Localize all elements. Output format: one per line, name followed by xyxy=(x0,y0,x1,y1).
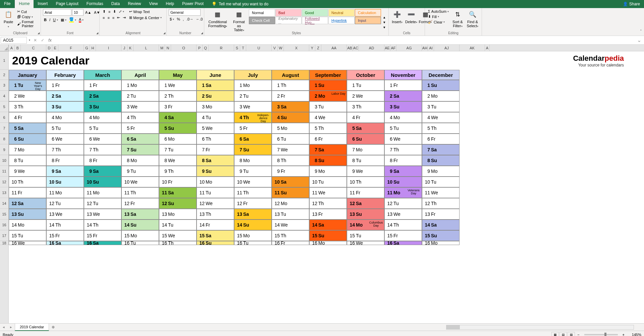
style-cell-normal[interactable]: Normal xyxy=(249,9,275,16)
col-header-U[interactable]: U xyxy=(246,45,272,51)
day-dec-9[interactable]: 9Mo xyxy=(422,166,460,177)
font-name-select[interactable] xyxy=(43,9,71,16)
day-oct-12[interactable]: 12Sa xyxy=(347,198,384,209)
day-may-1[interactable]: 1We xyxy=(159,80,197,91)
col-header-O[interactable]: O xyxy=(171,45,197,51)
menu-insert[interactable]: Insert xyxy=(34,0,52,8)
row-header-3[interactable]: 3 xyxy=(0,80,8,91)
day-aug-3[interactable]: 3Sa xyxy=(272,101,309,112)
day-jun-6[interactable]: 6Th xyxy=(197,134,234,144)
day-sep-15[interactable]: 15Su xyxy=(309,230,347,241)
day-dec-15[interactable]: 15Su xyxy=(422,230,460,241)
day-oct-3[interactable]: 3Th xyxy=(347,101,384,112)
wrap-text-button[interactable]: ↩Wrap Text xyxy=(128,9,163,14)
day-jan-7[interactable]: 7Mo xyxy=(9,144,46,155)
day-apr-1[interactable]: 1Mo xyxy=(121,80,159,91)
day-jul-11[interactable]: 11Th xyxy=(234,187,272,198)
day-may-12[interactable]: 12Su xyxy=(159,198,197,209)
name-box-dropdown[interactable]: ▾ xyxy=(28,39,32,42)
day-aug-13[interactable]: 13Tu xyxy=(272,209,309,220)
align-center-button[interactable]: ≡ xyxy=(106,15,110,20)
align-bottom-button[interactable]: ⬇ xyxy=(112,9,117,14)
day-jul-6[interactable]: 6Sa xyxy=(234,134,272,144)
align-left-button[interactable]: ≡ xyxy=(102,15,106,20)
zoom-slider[interactable] xyxy=(584,334,618,335)
day-apr-12[interactable]: 12Fr xyxy=(121,198,159,209)
day-sep-12[interactable]: 12Th xyxy=(309,198,347,209)
style-cell-calculation[interactable]: Calculation xyxy=(355,9,381,16)
day-dec-4[interactable]: 4We xyxy=(422,112,460,123)
day-feb-7[interactable]: 7Th xyxy=(46,144,84,155)
col-header-K[interactable]: K xyxy=(127,45,133,51)
day-may-16[interactable]: 16Th xyxy=(159,241,197,245)
fill-button[interactable]: ⬇Fill▾ xyxy=(427,14,450,19)
day-dec-14[interactable]: 14Sa xyxy=(422,220,460,230)
clipboard-launcher[interactable]: ◢ xyxy=(38,32,40,35)
day-aug-15[interactable]: 15Th xyxy=(272,230,309,241)
tell-me[interactable]: 💡 Tell me what you want to do xyxy=(208,0,272,8)
day-apr-6[interactable]: 6Sa xyxy=(121,134,159,144)
day-mar-16[interactable]: 16Sa xyxy=(84,241,121,245)
day-nov-15[interactable]: 15Fr xyxy=(384,230,422,241)
col-header-L[interactable]: L xyxy=(133,45,159,51)
autosum-button[interactable]: ΣAutoSum▾ xyxy=(427,9,450,14)
day-jun-14[interactable]: 14Fr xyxy=(197,220,234,230)
day-jul-2[interactable]: 2Tu xyxy=(234,91,272,101)
day-oct-8[interactable]: 8Tu xyxy=(347,155,384,166)
col-header-AD[interactable]: AD xyxy=(359,45,384,51)
day-aug-16[interactable]: 16Fr xyxy=(272,241,309,245)
merge-center-button[interactable]: ⊞Merge & Center▾ xyxy=(128,15,163,20)
cells-area[interactable]: 2019 Calendar Calendarpedia Your source … xyxy=(9,51,644,323)
day-dec-8[interactable]: 8Su xyxy=(422,155,460,166)
worksheet-grid[interactable]: ABCDEFGHIJKLMNOPQRSTUVWXYZAAABACADAEAFAG… xyxy=(0,45,644,323)
underline-button[interactable]: U▾ xyxy=(52,17,59,22)
day-feb-15[interactable]: 15Fr xyxy=(46,230,84,241)
day-apr-7[interactable]: 7Su xyxy=(121,144,159,155)
accounting-format-button[interactable]: $▾ xyxy=(169,17,175,21)
row-header-4[interactable]: 4 xyxy=(0,91,8,101)
day-sep-4[interactable]: 4We xyxy=(309,112,347,123)
col-header-AG[interactable]: AG xyxy=(396,45,422,51)
row-headers[interactable]: 123456789101112131415161718 xyxy=(0,51,9,323)
day-sep-7[interactable]: 7Sa xyxy=(309,144,347,155)
menu-formulas[interactable]: Formulas xyxy=(83,0,107,8)
new-sheet-button[interactable]: ⊕ xyxy=(49,325,57,329)
font-size-select[interactable] xyxy=(72,9,84,16)
number-launcher[interactable]: ◢ xyxy=(201,32,203,35)
col-header-C[interactable]: C xyxy=(21,45,46,51)
day-may-8[interactable]: 8We xyxy=(159,155,197,166)
day-jul-5[interactable]: 5Fr xyxy=(234,123,272,134)
day-jun-3[interactable]: 3Mo xyxy=(197,101,234,112)
day-feb-13[interactable]: 13We xyxy=(46,209,84,220)
col-header-E[interactable]: E xyxy=(52,45,58,51)
day-jun-10[interactable]: 10Mo xyxy=(197,177,234,187)
row-header-2[interactable]: 2 xyxy=(0,70,8,80)
align-right-button[interactable]: ≡ xyxy=(111,15,115,20)
day-dec-13[interactable]: 13Fr xyxy=(422,209,460,220)
collapse-ribbon-button[interactable]: ˄ xyxy=(640,29,642,34)
day-aug-8[interactable]: 8Th xyxy=(272,155,309,166)
page-layout-view-button[interactable]: ▤ xyxy=(559,332,567,336)
row-header-9[interactable]: 9 xyxy=(0,144,8,155)
day-oct-6[interactable]: 6Su xyxy=(347,134,384,144)
col-header-AA[interactable]: AA xyxy=(321,45,347,51)
day-feb-5[interactable]: 5Tu xyxy=(46,123,84,134)
day-apr-13[interactable]: 13Sa xyxy=(121,209,159,220)
day-jul-15[interactable]: 15Mo xyxy=(234,230,272,241)
day-jan-3[interactable]: 3Th xyxy=(9,101,46,112)
share-button[interactable]: 👤 Share xyxy=(619,0,644,8)
style-cell-bad[interactable]: Bad xyxy=(275,9,302,16)
align-top-button[interactable]: ⬆ xyxy=(102,9,107,14)
day-apr-2[interactable]: 2Tu xyxy=(121,91,159,101)
day-apr-16[interactable]: 16Tu xyxy=(121,241,159,245)
day-may-11[interactable]: 11Sa xyxy=(159,187,197,198)
decrease-indent-button[interactable]: ⇤ xyxy=(116,15,121,20)
tab-scroll-right[interactable]: ▸ xyxy=(7,325,15,329)
col-header-AJ[interactable]: AJ xyxy=(434,45,460,51)
menu-file[interactable]: File xyxy=(0,0,15,8)
day-nov-6[interactable]: 6We xyxy=(384,134,422,144)
day-jan-11[interactable]: 11Fr xyxy=(9,187,46,198)
cancel-formula-button[interactable]: ✕ xyxy=(32,38,39,43)
clear-button[interactable]: 🧹Clear▾ xyxy=(427,19,450,25)
alignment-launcher[interactable]: ◢ xyxy=(163,32,165,35)
